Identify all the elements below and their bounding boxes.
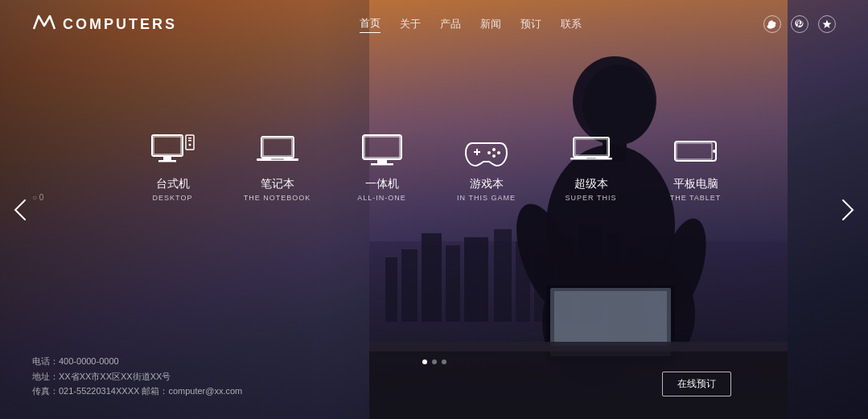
- svg-rect-36: [261, 137, 294, 158]
- category-gaming[interactable]: 游戏本 IN THIS GAME: [434, 133, 539, 202]
- phone-line: 电话：400-0000-0000: [32, 354, 242, 369]
- star-icon[interactable]: [818, 15, 836, 33]
- allinone-icon: [358, 133, 406, 169]
- gaming-name-en: IN THIS GAME: [457, 194, 516, 202]
- svg-point-35: [189, 143, 191, 146]
- svg-rect-30: [163, 156, 171, 160]
- svg-rect-41: [364, 137, 400, 158]
- svg-marker-27: [823, 20, 832, 28]
- logo[interactable]: COMPUTERS: [32, 13, 177, 35]
- svg-rect-33: [188, 138, 191, 139]
- svg-rect-32: [186, 135, 194, 150]
- svg-rect-39: [271, 158, 284, 160]
- svg-rect-28: [152, 135, 183, 156]
- footer-contact: 电话：400-0000-0000 地址：XX省XX市XX区XX街道XX号 传真：…: [32, 354, 242, 399]
- category-tablet[interactable]: 平板电脑 THE TABLET: [644, 133, 748, 202]
- dot-1[interactable]: [422, 359, 427, 364]
- weibo-icon[interactable]: [763, 15, 781, 33]
- logo-icon: [32, 13, 56, 35]
- header: COMPUTERS 首页 关于 产品 新闻 预订 联系: [0, 0, 868, 48]
- ultrabook-name-en: SUPER THIS: [566, 194, 617, 202]
- category-laptop[interactable]: 笔记本 THE NOTEBOOK: [225, 133, 330, 202]
- ultrabook-name-zh: 超级本: [574, 177, 608, 191]
- svg-rect-2: [385, 257, 397, 322]
- desktop-name-en: DESKTOP: [153, 194, 193, 202]
- svg-rect-34: [188, 140, 191, 142]
- ultrabook-icon: [567, 133, 615, 169]
- svg-rect-54: [675, 142, 716, 161]
- pinterest-icon[interactable]: [791, 15, 808, 33]
- category-section: 台式机 DESKTOP 笔记本 THE NOTEBOOK 一体机 ALL-IN-…: [0, 133, 868, 202]
- booking-button[interactable]: 在线预订: [662, 372, 731, 396]
- svg-point-56: [713, 150, 716, 153]
- desktop-name-zh: 台式机: [156, 177, 190, 191]
- svg-rect-29: [154, 137, 181, 154]
- svg-rect-43: [371, 163, 393, 166]
- svg-rect-51: [575, 139, 607, 155]
- allinone-name-en: ALL-IN-ONE: [357, 194, 406, 202]
- svg-rect-5: [446, 245, 460, 322]
- svg-point-17: [573, 56, 656, 145]
- tablet-name-zh: 平板电脑: [673, 177, 718, 191]
- svg-rect-4: [422, 233, 442, 322]
- nav-item-contact[interactable]: 联系: [561, 17, 582, 31]
- category-allinone[interactable]: 一体机 ALL-IN-ONE: [330, 133, 434, 202]
- svg-rect-40: [363, 135, 401, 159]
- gaming-name-zh: 游戏本: [470, 177, 504, 191]
- svg-point-48: [492, 154, 496, 158]
- nav-item-booking[interactable]: 预订: [520, 17, 541, 31]
- tablet-name-en: THE TABLET: [670, 194, 722, 202]
- social-icons: [763, 15, 836, 33]
- nav-item-home[interactable]: 首页: [360, 16, 381, 33]
- dot-3[interactable]: [442, 359, 446, 364]
- svg-rect-26: [369, 342, 788, 351]
- desktop-icon: [149, 133, 197, 169]
- allinone-name-zh: 一体机: [365, 177, 399, 191]
- laptop-name-zh: 笔记本: [261, 177, 294, 191]
- tablet-icon: [672, 133, 720, 169]
- logo-text: COMPUTERS: [63, 16, 177, 33]
- slide-dots: [422, 359, 446, 364]
- svg-rect-6: [464, 237, 488, 322]
- svg-point-49: [487, 151, 491, 154]
- category-desktop[interactable]: 台式机 DESKTOP: [121, 133, 225, 202]
- svg-rect-7: [494, 229, 512, 322]
- svg-rect-50: [574, 138, 609, 157]
- svg-point-46: [492, 148, 496, 151]
- main-nav: 首页 关于 产品 新闻 预订 联系: [360, 16, 582, 33]
- fax-line: 传真：021-55220314XXXX 邮箱：computer@xx.com: [32, 384, 242, 399]
- nav-item-news[interactable]: 新闻: [480, 17, 501, 31]
- svg-rect-3: [401, 249, 418, 322]
- svg-point-47: [497, 151, 500, 154]
- svg-rect-53: [586, 158, 596, 159]
- gamepad-icon: [463, 133, 511, 169]
- dot-2[interactable]: [432, 359, 437, 364]
- svg-rect-45: [474, 151, 480, 153]
- svg-rect-37: [263, 138, 292, 156]
- svg-rect-42: [377, 159, 387, 163]
- address-line: 地址：XX省XX市XX区XX街道XX号: [32, 369, 242, 384]
- category-ultrabook[interactable]: 超级本 SUPER THIS: [539, 133, 644, 202]
- nav-item-about[interactable]: 关于: [400, 17, 421, 31]
- hero-image: [369, 0, 788, 419]
- svg-rect-55: [677, 143, 712, 159]
- svg-rect-31: [158, 160, 176, 162]
- nav-item-products[interactable]: 产品: [440, 17, 461, 31]
- laptop-name-en: THE NOTEBOOK: [244, 194, 311, 202]
- laptop-icon: [253, 133, 302, 169]
